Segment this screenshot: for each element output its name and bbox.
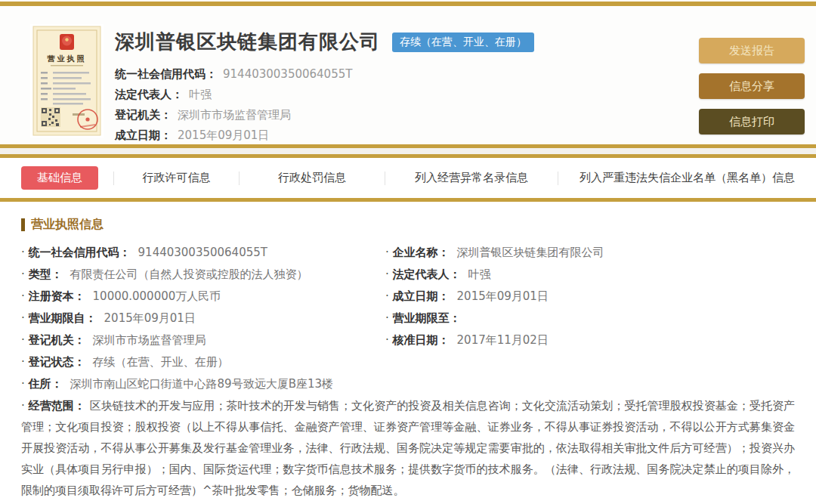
company-header: 营业执照	[0, 6, 816, 148]
status-badge: 存续（在营、开业、在册）	[392, 32, 534, 52]
field-credit-code: 统一社会信用代码：91440300350064055T	[21, 242, 385, 264]
tab-admin-penalty-info[interactable]: 行政处罚信息	[278, 171, 346, 185]
license-title-text: 营业执照	[47, 54, 87, 63]
field-value: 深圳市市场监督管理局	[93, 333, 206, 347]
section-title-bar	[21, 218, 25, 231]
print-info-button[interactable]: 信息打印	[699, 109, 805, 135]
header-field-legal-representative: 法定代表人：叶强	[115, 85, 534, 105]
field-value: 深圳市南山区蛇口街道中心路89号致远大厦B座13楼	[70, 377, 333, 391]
business-license-thumbnail: 营业执照	[30, 24, 104, 141]
field-company-name: 企业名称：深圳普银区块链集团有限公司	[385, 242, 795, 264]
field-label: 登记机关：	[29, 333, 85, 347]
field-label: 法定代表人：	[115, 88, 183, 101]
field-label: 统一社会信用代码：	[29, 246, 131, 259]
field-value: 深圳市市场监督管理局	[178, 108, 291, 122]
basic-info-content: 营业执照信息 统一社会信用代码：91440300350064055T 类型：有限…	[0, 202, 816, 504]
field-label: 统一社会信用代码：	[115, 67, 217, 81]
section-header-business-license-info: 营业执照信息	[21, 217, 795, 233]
share-info-button[interactable]: 信息分享	[699, 73, 805, 99]
field-value: 叶强	[468, 267, 491, 281]
field-registration-authority: 登记机关：深圳市市场监督管理局	[21, 329, 385, 351]
qr-code	[41, 107, 60, 127]
field-label: 登记状态：	[29, 355, 85, 369]
national-emblem-icon	[60, 34, 74, 50]
field-address: 住所：深圳市南山区蛇口街道中心路89号致远大厦B座13楼	[21, 373, 795, 395]
field-value: 区块链技术的开发与应用；茶叶技术的开发与销售；文化资产的投资及相关信息咨询；文化…	[21, 399, 795, 497]
fields-column-left: 统一社会信用代码：91440300350064055T 类型：有限责任公司（自然…	[21, 242, 385, 373]
header-field-registration-authority: 登记机关：深圳市市场监督管理局	[115, 105, 534, 125]
field-label: 成立日期：	[115, 128, 172, 142]
business-license-image: 营业执照	[30, 24, 104, 138]
field-label: 成立日期：	[393, 289, 450, 303]
send-report-button[interactable]: 发送报告	[699, 38, 805, 63]
field-value: 2015年09月01日	[104, 311, 196, 325]
tab-serious-violation-blacklist-info[interactable]: 列入严重违法失信企业名单（黑名单）信息	[580, 171, 795, 185]
header-field-establish-date: 成立日期：2015年09月01日	[115, 125, 534, 146]
field-value: 存续（在营、开业、在册）	[93, 355, 229, 369]
header-action-buttons: 发送报告 信息分享 信息打印	[699, 38, 805, 144]
field-label: 营业期限自：	[29, 311, 97, 325]
field-approval-date: 核准日期：2017年11月02日	[385, 329, 795, 351]
field-value: 2015年09月01日	[457, 289, 549, 303]
field-term-start: 营业期限自：2015年09月01日	[21, 308, 385, 329]
field-term-end: 营业期限至：	[385, 308, 795, 329]
tab-abnormal-operations-list-info[interactable]: 列入经营异常名录信息	[415, 171, 528, 185]
field-establish-date: 成立日期：2015年09月01日	[385, 286, 795, 308]
tab-bar: 基础信息 行政许可信息 行政处罚信息 列入经营异常名录信息 列入严重违法失信企业…	[0, 154, 816, 202]
field-company-type: 类型：有限责任公司（自然人投资或控股的法人独资）	[21, 264, 385, 286]
fields-column-right: 企业名称：深圳普银区块链集团有限公司 法定代表人：叶强 成立日期：2015年09…	[385, 242, 795, 373]
field-value: 深圳普银区块链集团有限公司	[457, 246, 604, 259]
section-title-text: 营业执照信息	[31, 217, 104, 233]
field-label: 类型：	[29, 267, 63, 281]
field-value: 有限责任公司（自然人投资或控股的法人独资）	[70, 267, 308, 281]
field-value: 91440300350064055T	[138, 246, 267, 259]
license-fields-grid: 统一社会信用代码：91440300350064055T 类型：有限责任公司（自然…	[21, 242, 795, 373]
field-registration-status: 登记状态：存续（在营、开业、在册）	[21, 351, 385, 373]
field-value: 2015年09月01日	[178, 128, 269, 142]
field-label: 营业期限至：	[393, 311, 461, 325]
header-field-credit-code: 统一社会信用代码：91440300350064055T	[115, 64, 534, 85]
page-title: 深圳普银区块链集团有限公司	[115, 29, 380, 55]
field-label: 经营范围：	[29, 399, 85, 413]
field-label: 核准日期：	[393, 333, 450, 347]
field-label: 企业名称：	[393, 246, 450, 259]
field-registered-capital: 注册资本：10000.000000万人民币	[21, 286, 385, 308]
field-label: 住所：	[29, 377, 63, 391]
field-label: 法定代表人：	[393, 267, 461, 281]
tab-admin-license-info[interactable]: 行政许可信息	[143, 171, 211, 185]
field-label: 注册资本：	[29, 289, 85, 303]
field-business-scope: 经营范围：区块链技术的开发与应用；茶叶技术的开发与销售；文化资产的投资及相关信息…	[21, 395, 795, 501]
field-legal-representative: 法定代表人：叶强	[385, 264, 795, 286]
field-label: 登记机关：	[115, 108, 172, 122]
field-value: 2017年11月02日	[457, 333, 549, 347]
field-value: 叶强	[189, 88, 212, 101]
tab-basic-info[interactable]: 基础信息	[21, 166, 98, 190]
field-value: 10000.000000万人民币	[93, 289, 221, 303]
panel-gap	[0, 148, 816, 154]
header-fields: 统一社会信用代码：91440300350064055T 法定代表人：叶强 登记机…	[115, 64, 534, 146]
field-value: 91440300350064055T	[223, 67, 352, 81]
